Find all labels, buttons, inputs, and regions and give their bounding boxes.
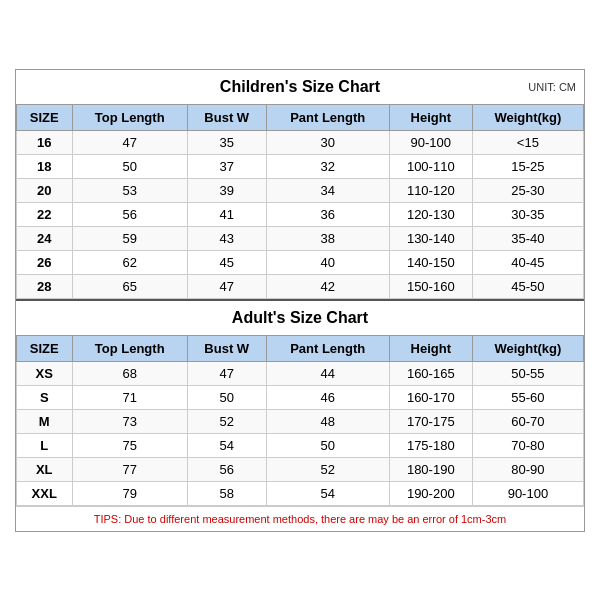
children-col-top-length: Top Length [72,104,187,130]
children-title-text: Children's Size Chart [220,78,380,95]
children-unit-label: UNIT: CM [528,81,576,93]
adult-col-height: Height [389,335,472,361]
children-col-bust: Bust W [187,104,266,130]
children-size-table: SIZE Top Length Bust W Pant Length Heigh… [16,104,584,299]
adult-size-table: SIZE Top Length Bust W Pant Length Heigh… [16,335,584,506]
adult-col-top-length: Top Length [72,335,187,361]
table-row: 22564136120-13030-35 [17,202,584,226]
adult-section-title: Adult's Size Chart [16,299,584,335]
children-col-height: Height [389,104,472,130]
adult-col-pant: Pant Length [266,335,389,361]
table-row: L755450175-18070-80 [17,433,584,457]
table-row: 26624540140-15040-45 [17,250,584,274]
table-row: S715046160-17055-60 [17,385,584,409]
table-row: 18503732100-11015-25 [17,154,584,178]
children-col-size: SIZE [17,104,73,130]
size-chart-container: Children's Size Chart UNIT: CM SIZE Top … [15,69,585,532]
table-row: XS684744160-16550-55 [17,361,584,385]
table-row: XL775652180-19080-90 [17,457,584,481]
adult-col-bust: Bust W [187,335,266,361]
children-section-title: Children's Size Chart UNIT: CM [16,70,584,104]
children-header-row: SIZE Top Length Bust W Pant Length Heigh… [17,104,584,130]
adult-header-row: SIZE Top Length Bust W Pant Length Heigh… [17,335,584,361]
adult-title-text: Adult's Size Chart [232,309,368,326]
adult-col-size: SIZE [17,335,73,361]
children-col-pant: Pant Length [266,104,389,130]
children-col-weight: Weight(kg) [472,104,583,130]
table-row: 1647353090-100<15 [17,130,584,154]
adult-col-weight: Weight(kg) [472,335,583,361]
table-row: 28654742150-16045-50 [17,274,584,298]
table-row: M735248170-17560-70 [17,409,584,433]
table-row: XXL795854190-20090-100 [17,481,584,505]
table-row: 20533934110-12025-30 [17,178,584,202]
table-row: 24594338130-14035-40 [17,226,584,250]
tips-text: TIPS: Due to different measurement metho… [16,506,584,531]
